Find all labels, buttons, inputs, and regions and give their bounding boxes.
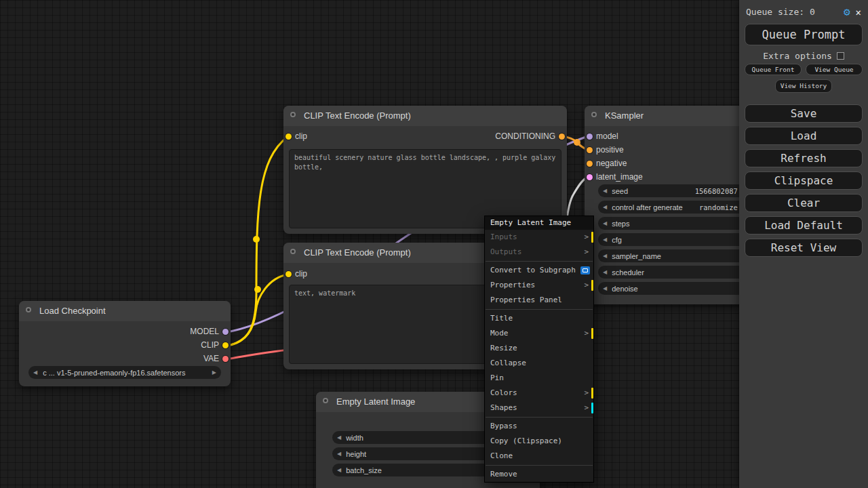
menu-item-copy-clipspace[interactable]: Copy (Clipspace) (485, 434, 593, 449)
widget-control-after-generate[interactable]: ◀ control after generate randomize ▶ (598, 201, 751, 214)
save-button[interactable]: Save (745, 104, 863, 123)
view-history-button[interactable]: View History (775, 79, 832, 93)
decrement-arrow-icon[interactable]: ◀ (603, 249, 607, 262)
comfy-menu-panel: Queue size: 0 ⚙ ✕ Queue Prompt Extra opt… (739, 0, 868, 488)
port-label: positive (596, 145, 624, 155)
node-header[interactable]: KSampler (585, 106, 765, 126)
decrement-arrow-icon[interactable]: ◀ (603, 233, 607, 246)
port-dot-conditioning[interactable] (587, 147, 593, 153)
port-dot-clip[interactable] (222, 342, 229, 348)
port-label: model (596, 131, 618, 141)
submenu-arrow-icon: > (584, 278, 589, 293)
node-ksampler[interactable]: KSampler model positive negative latent_… (585, 106, 765, 304)
port-dot-latent[interactable] (587, 174, 593, 180)
clipspace-button[interactable]: Clipspace (745, 171, 863, 190)
clear-button[interactable]: Clear (745, 194, 863, 212)
input-port-positive[interactable]: positive (587, 144, 624, 155)
widget-scheduler[interactable]: ◀ scheduler ▶ (598, 266, 751, 279)
port-label: MODEL (190, 327, 219, 336)
input-port-negative[interactable]: negative (587, 158, 627, 169)
submenu-accent (591, 388, 593, 399)
menu-item-label: Resize (490, 344, 517, 352)
node-load-checkpoint[interactable]: Load Checkpoint MODEL CLIP VAE ◀ c ... v… (19, 301, 231, 386)
output-port-clip[interactable]: CLIP (201, 340, 229, 350)
widget-name: cfg (612, 236, 622, 244)
settings-gear-icon[interactable]: ⚙ (844, 5, 850, 18)
node-header[interactable]: Load Checkpoint (19, 301, 231, 321)
collapse-circle-icon[interactable] (290, 249, 296, 254)
widget-cfg[interactable]: ◀ cfg ▶ (598, 233, 751, 246)
collapse-circle-icon[interactable] (290, 112, 296, 117)
menu-item-properties-panel[interactable]: Properties Panel (485, 293, 593, 308)
port-dot-model[interactable] (222, 329, 229, 335)
widget-denoise[interactable]: ◀ denoise ▶ (598, 282, 751, 295)
combo-right-arrow-icon[interactable]: ▶ (212, 366, 216, 379)
menu-item-convert-to-subgraph[interactable]: Convert to Subgraph (485, 263, 593, 278)
input-port-latent-image[interactable]: latent_image (587, 171, 643, 182)
widget-steps[interactable]: ◀ steps ▶ (598, 217, 751, 230)
submenu-accent (591, 328, 593, 339)
menu-item-outputs: Outputs > (485, 245, 593, 260)
port-dot-clip[interactable] (285, 271, 292, 277)
widget-name: sampler_name (612, 252, 661, 260)
node-clip-text-encode-positive[interactable]: CLIP Text Encode (Prompt) clip CONDITION… (283, 106, 567, 234)
menu-item-label: Collapse (490, 359, 526, 367)
load-default-button[interactable]: Load Default (745, 216, 863, 235)
collapse-circle-icon[interactable] (323, 398, 328, 403)
combo-left-arrow-icon[interactable]: ◀ (33, 366, 37, 379)
decrement-arrow-icon[interactable]: ◀ (603, 266, 607, 279)
input-port-clip[interactable]: clip (285, 268, 307, 279)
input-port-model[interactable]: model (587, 131, 618, 142)
menu-item-label: Bypass (490, 422, 517, 430)
view-queue-button[interactable]: View Queue (806, 64, 863, 75)
menu-item-collapse[interactable]: Collapse (485, 356, 593, 371)
ckpt-name-combo[interactable]: ◀ c ... v1-5-pruned-emaonly-fp16.safeten… (28, 366, 221, 379)
port-dot-clip[interactable] (285, 134, 292, 140)
port-dot-model[interactable] (587, 134, 593, 140)
decrement-arrow-icon[interactable]: ◀ (603, 184, 607, 197)
decrement-arrow-icon[interactable]: ◀ (603, 282, 607, 295)
refresh-button[interactable]: Refresh (745, 149, 863, 167)
menu-item-label: Properties (490, 281, 535, 289)
menu-item-remove[interactable]: Remove (485, 467, 593, 482)
decrement-arrow-icon[interactable]: ◀ (603, 217, 607, 230)
queue-prompt-button[interactable]: Queue Prompt (745, 24, 863, 45)
widget-seed[interactable]: ◀ seed 1566802087 ▶ (598, 184, 751, 197)
menu-item-resize[interactable]: Resize (485, 341, 593, 356)
port-dot-conditioning[interactable] (559, 134, 565, 140)
menu-item-properties[interactable]: Properties > (485, 278, 593, 293)
output-port-vae[interactable]: VAE (203, 353, 229, 364)
menu-item-clone[interactable]: Clone (485, 449, 593, 464)
menu-item-colors[interactable]: Colors > (485, 386, 593, 401)
port-dot-conditioning[interactable] (587, 161, 593, 167)
submenu-arrow-icon: > (584, 245, 589, 260)
decrement-arrow-icon[interactable]: ◀ (337, 431, 341, 444)
reset-view-button[interactable]: Reset View (745, 239, 863, 257)
collapse-circle-icon[interactable] (26, 307, 31, 312)
menu-item-pin[interactable]: Pin (485, 371, 593, 386)
widget-value: 1566802087 (695, 187, 738, 195)
menu-item-mode[interactable]: Mode > (485, 326, 593, 341)
widget-sampler-name[interactable]: ◀ sampler_name ▶ (598, 249, 751, 262)
output-port-model[interactable]: MODEL (190, 326, 229, 337)
menu-item-bypass[interactable]: Bypass (485, 419, 593, 434)
menu-item-shapes[interactable]: Shapes > (485, 401, 593, 415)
decrement-arrow-icon[interactable]: ◀ (337, 464, 341, 476)
menu-item-label: Remove (490, 470, 517, 479)
queue-front-button[interactable]: Queue Front (745, 64, 802, 75)
decrement-arrow-icon[interactable]: ◀ (337, 447, 341, 460)
close-menu-icon[interactable]: ✕ (856, 7, 861, 18)
widget-name: scheduler (612, 268, 644, 277)
port-label: negative (596, 159, 627, 168)
extra-options-checkbox[interactable] (837, 52, 844, 60)
input-port-clip[interactable]: clip (285, 131, 307, 142)
node-header[interactable]: CLIP Text Encode (Prompt) (283, 106, 567, 126)
menu-item-label: Convert to Subgraph (490, 266, 576, 274)
collapse-circle-icon[interactable] (591, 112, 597, 117)
output-port-conditioning[interactable]: CONDITIONING (495, 131, 565, 142)
port-dot-vae[interactable] (222, 356, 229, 362)
menu-item-title[interactable]: Title (485, 311, 593, 326)
decrement-arrow-icon[interactable]: ◀ (603, 201, 607, 214)
load-button[interactable]: Load (745, 127, 863, 145)
widget-name: batch_size (346, 466, 382, 474)
